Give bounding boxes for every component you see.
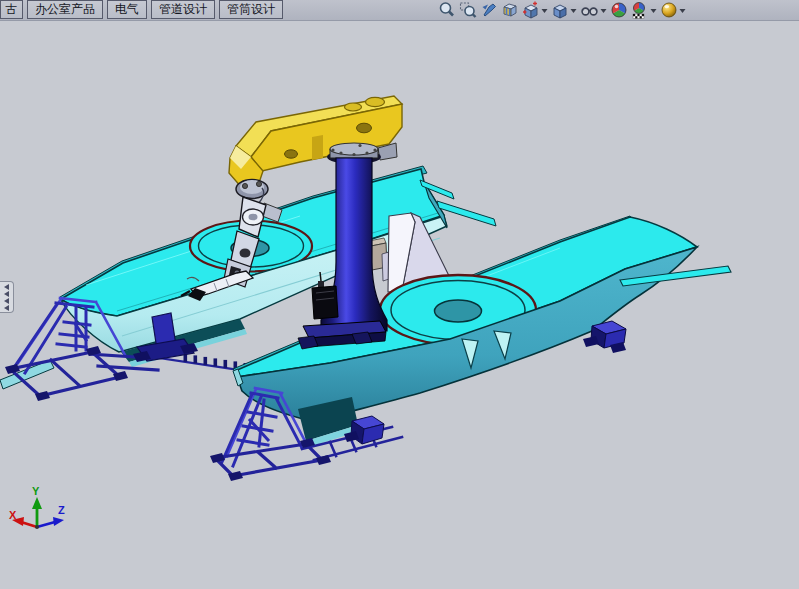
edit-appearance-button[interactable] [610,1,628,19]
view-settings-icon [660,1,678,19]
hide-show-items-button[interactable] [580,1,607,19]
dropdown-caret-icon [650,1,657,19]
zoom-to-area-icon [459,1,477,19]
triad-z-label: Z [58,504,65,516]
tab-partial[interactable]: 古 [0,0,23,19]
tab-tubing[interactable]: 管筒设计 [219,0,283,19]
rotate-view-button[interactable] [480,1,498,19]
heads-up-toolbar [438,0,689,20]
display-style-button[interactable] [551,1,577,19]
model-view[interactable]: X Y Z [0,0,799,589]
section-view-button[interactable] [501,1,519,19]
command-manager-bar: 古 办公室产品 电气 管道设计 管筒设计 [0,0,799,21]
appearance-ball-icon [610,1,628,19]
triad-x-label: X [9,509,17,521]
zoom-to-fit-button[interactable] [438,1,456,19]
panel-splitter-handle[interactable] [0,281,14,313]
command-tabs: 古 办公室产品 电气 管道设计 管筒设计 [0,0,287,20]
tab-piping[interactable]: 管道设计 [151,0,215,19]
tab-office[interactable]: 办公室产品 [27,0,103,19]
view-orientation-button[interactable] [522,1,548,19]
reference-triad: X Y Z [9,485,65,529]
dropdown-caret-icon [600,1,607,19]
view-orientation-icon [522,1,540,19]
apply-scene-button[interactable] [631,1,657,19]
solidworks-window: X Y Z 古 办公室产品 电气 管道设计 管筒设计 [0,0,799,589]
rotate-view-icon [480,1,498,19]
section-view-icon [501,1,519,19]
zoom-to-area-button[interactable] [459,1,477,19]
dropdown-caret-icon [679,1,686,19]
graphics-area[interactable]: X Y Z [0,0,799,589]
zoom-to-fit-icon [438,1,456,19]
view-settings-button[interactable] [660,1,686,19]
display-style-icon [551,1,569,19]
triad-y-label: Y [32,485,40,497]
splitter-arrows-icon [1,283,12,311]
apply-scene-icon [631,1,649,19]
eyeglasses-icon [580,1,599,19]
dropdown-caret-icon [541,1,548,19]
tab-electrical[interactable]: 电气 [107,0,147,19]
dropdown-caret-icon [570,1,577,19]
